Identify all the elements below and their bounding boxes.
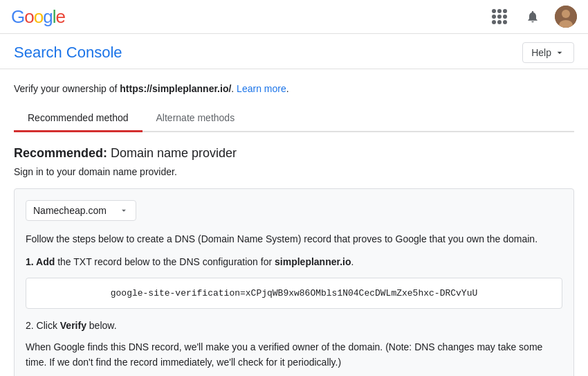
verify-text-after: . — [231, 83, 237, 94]
step2-after: below. — [86, 320, 117, 331]
grid-dot — [503, 20, 507, 24]
step2-bold: Verify — [60, 320, 86, 331]
apps-button[interactable] — [488, 6, 511, 28]
sc-title: Search Console — [14, 44, 122, 62]
section-desc: Sign in to your domain name provider. — [14, 166, 574, 177]
provider-name: Namecheap.com — [33, 205, 107, 216]
recommended-label: Recommended: — [14, 146, 107, 160]
help-label: Help — [531, 47, 551, 58]
steps-text: Follow the steps below to create a DNS (… — [26, 232, 562, 247]
dns-record-box: google-site-verification=xCPjqWB9xw86OMb… — [26, 278, 562, 309]
main-content: Verify your ownership of https://simplep… — [0, 69, 588, 376]
sc-bar: Search Console Help — [0, 34, 588, 69]
step1-bold: 1. Add — [26, 256, 55, 267]
notifications-button[interactable] — [522, 6, 544, 28]
google-logo: Google — [11, 6, 65, 28]
step2-text: 2. Click — [26, 320, 60, 331]
learn-more-period: . — [286, 83, 289, 94]
step1-line: 1. Add the TXT record below to the DNS c… — [26, 255, 562, 269]
verify-text: Verify your ownership of https://simplep… — [14, 83, 574, 94]
note1-line: When Google finds this DNS record, we'll… — [26, 339, 562, 370]
bell-icon — [526, 10, 540, 24]
grid-dot — [497, 15, 502, 19]
grid-dot — [497, 20, 502, 24]
verify-text-before: Verify your ownership of — [14, 83, 120, 94]
logo-o1: o — [24, 6, 33, 28]
grid-dot — [503, 15, 507, 19]
avatar-image — [555, 6, 577, 28]
grid-dot — [503, 9, 507, 13]
avatar[interactable] — [555, 6, 577, 28]
tab-recommended-method[interactable]: Recommended method — [14, 105, 143, 132]
grid-dot — [497, 9, 502, 13]
tab-alternate-methods[interactable]: Alternate methods — [143, 105, 249, 132]
step1-period: . — [351, 256, 354, 267]
grid-dot — [492, 15, 496, 19]
logo-o2: o — [34, 6, 43, 28]
help-button[interactable]: Help — [522, 42, 574, 63]
provider-box: Namecheap.com Follow the steps below to … — [14, 188, 574, 376]
header-icons — [488, 6, 577, 28]
provider-select[interactable]: Namecheap.com — [26, 200, 136, 221]
svg-point-1 — [562, 10, 570, 18]
step1-domain: simpleplanner.io — [275, 256, 351, 267]
logo-g2: g — [43, 6, 52, 28]
provider-chevron-icon — [119, 206, 129, 215]
grid-dot — [492, 9, 496, 13]
verify-domain: https://simpleplanner.io/ — [120, 83, 231, 94]
logo-e: e — [55, 6, 64, 28]
section-title: Recommended: Domain name provider — [14, 146, 574, 161]
step1-text: the TXT record below to the DNS configur… — [55, 256, 275, 267]
header: Google — [0, 0, 588, 34]
recommended-value: Domain name provider — [107, 146, 237, 160]
chevron-down-icon — [554, 47, 565, 58]
tabs: Recommended method Alternate methods — [14, 105, 574, 132]
logo-g: G — [11, 6, 24, 28]
grid-icon — [492, 9, 507, 24]
step2-line: 2. Click Verify below. — [26, 320, 562, 331]
learn-more-link[interactable]: Learn more — [237, 83, 286, 94]
header-left: Google — [11, 6, 65, 28]
grid-dot — [492, 20, 496, 24]
